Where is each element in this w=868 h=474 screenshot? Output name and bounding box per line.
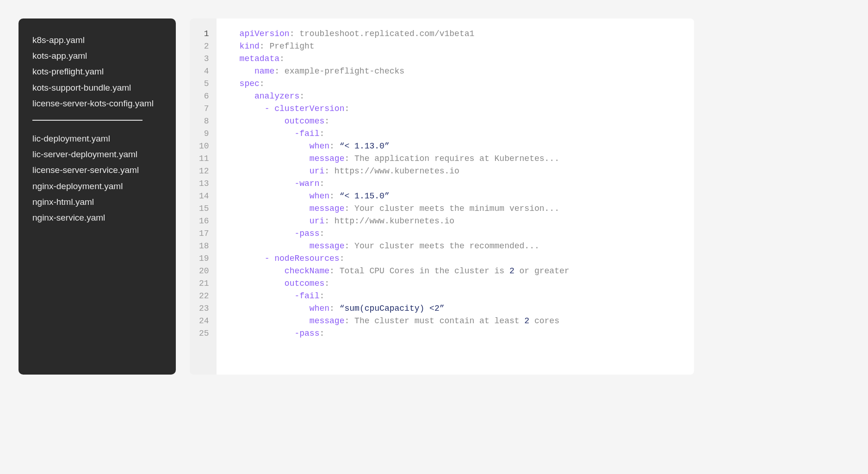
code-line[interactable]: - nodeResources: xyxy=(240,252,685,265)
token-punct: : xyxy=(329,142,340,151)
code-line[interactable]: checkName: Total CPU Cores in the cluste… xyxy=(240,265,685,277)
token-indent xyxy=(240,204,310,213)
token-indent xyxy=(240,129,295,138)
token-key: message xyxy=(310,204,345,213)
token-punct: : xyxy=(344,316,354,326)
code-line[interactable]: when: “sum(cpuCapacity) <2” xyxy=(240,302,685,315)
token-val: troubleshoot.replicated.com/v1beta1 xyxy=(299,29,474,38)
token-punct: : xyxy=(274,67,285,76)
line-number: 25 xyxy=(199,327,209,340)
token-val: The cluster must contain at least xyxy=(354,316,524,326)
line-number: 11 xyxy=(199,153,209,165)
code-line[interactable]: -fail: xyxy=(240,290,685,302)
token-indent xyxy=(240,329,295,338)
file-item[interactable]: kots-support-bundle.yaml xyxy=(32,80,162,96)
code-line[interactable]: outcomes: xyxy=(240,115,685,128)
code-line[interactable]: -warn: xyxy=(240,178,685,190)
token-num: 2 xyxy=(509,266,515,276)
token-punct: : xyxy=(344,104,349,113)
token-punct: : xyxy=(324,166,335,176)
file-item[interactable]: kots-preflight.yaml xyxy=(32,64,162,80)
token-punct: : xyxy=(324,279,329,288)
token-val: example-preflight-checks xyxy=(285,67,404,76)
token-indent xyxy=(240,104,265,113)
token-indent xyxy=(240,291,295,301)
token-punct: : xyxy=(279,54,285,63)
code-line[interactable]: message: The application requires at Kub… xyxy=(240,153,685,165)
code-line[interactable]: message: Your cluster meets the recommen… xyxy=(240,240,685,252)
code-line[interactable]: message: The cluster must contain at lea… xyxy=(240,315,685,327)
token-key: outcomes xyxy=(285,279,324,288)
token-key: metadata xyxy=(240,54,279,63)
line-number: 6 xyxy=(199,90,209,103)
token-indent xyxy=(240,191,310,201)
file-item[interactable]: nginx-deployment.yaml xyxy=(32,179,162,194)
file-item[interactable]: kots-app.yaml xyxy=(32,48,162,64)
line-number-gutter: 1234567891011121314151617181920212223242… xyxy=(190,18,217,375)
line-number: 4 xyxy=(199,65,209,78)
code-line[interactable]: -pass: xyxy=(240,228,685,240)
code-line[interactable]: message: Your cluster meets the minimum … xyxy=(240,203,685,215)
token-punct: : xyxy=(329,266,340,276)
line-number: 13 xyxy=(199,178,209,190)
token-key: -warn xyxy=(294,179,319,188)
code-line[interactable]: - clusterVersion: xyxy=(240,103,685,115)
code-line[interactable]: apiVersion: troubleshoot.replicated.com/… xyxy=(240,28,685,40)
code-line[interactable]: metadata: xyxy=(240,53,685,65)
code-line[interactable]: when: “< 1.13.0” xyxy=(240,140,685,153)
file-item[interactable]: nginx-html.yaml xyxy=(32,194,162,210)
token-indent xyxy=(240,316,310,326)
code-area[interactable]: apiVersion: troubleshoot.replicated.com/… xyxy=(217,18,694,375)
file-item[interactable]: lic-server-deployment.yaml xyxy=(32,147,162,162)
line-number: 22 xyxy=(199,290,209,302)
file-item[interactable]: license-server-service.yaml xyxy=(32,162,162,178)
token-indent xyxy=(240,241,310,251)
token-key: - clusterVersion xyxy=(265,104,345,113)
token-str: “< 1.15.0” xyxy=(340,191,390,201)
token-punct: : xyxy=(344,154,354,163)
file-sidebar: k8s-app.yamlkots-app.yamlkots-preflight.… xyxy=(19,18,176,375)
token-val: The application requires at Kubernetes..… xyxy=(354,154,559,163)
line-number: 24 xyxy=(199,315,209,327)
file-item[interactable]: lic-deployment.yaml xyxy=(32,131,162,147)
token-key: uri xyxy=(310,216,324,226)
code-line[interactable]: analyzers: xyxy=(240,90,685,103)
line-number: 15 xyxy=(199,203,209,215)
code-editor[interactable]: 1234567891011121314151617181920212223242… xyxy=(190,18,694,375)
token-indent xyxy=(240,142,310,151)
token-indent xyxy=(240,179,295,188)
token-val: Total CPU Cores in the cluster is xyxy=(340,266,509,276)
line-number: 23 xyxy=(199,302,209,315)
token-indent xyxy=(240,229,295,238)
code-line[interactable]: -pass: xyxy=(240,327,685,340)
token-str: “< 1.13.0” xyxy=(340,142,390,151)
token-indent xyxy=(240,166,310,176)
token-indent xyxy=(240,254,265,263)
token-indent xyxy=(240,216,310,226)
code-line[interactable]: kind: Preflight xyxy=(240,40,685,53)
line-number: 18 xyxy=(199,240,209,252)
code-line[interactable]: spec: xyxy=(240,78,685,90)
token-indent xyxy=(240,117,285,126)
code-line[interactable]: outcomes: xyxy=(240,277,685,290)
file-group-1: k8s-app.yamlkots-app.yamlkots-preflight.… xyxy=(32,32,162,111)
file-item[interactable]: nginx-service.yaml xyxy=(32,210,162,226)
code-line[interactable]: -fail: xyxy=(240,128,685,140)
file-group-2: lic-deployment.yamllic-server-deployment… xyxy=(32,131,162,226)
token-val: Your cluster meets the recommended... xyxy=(354,241,539,251)
token-punct: : xyxy=(319,229,324,238)
editor-window: k8s-app.yamlkots-app.yamlkots-preflight.… xyxy=(14,14,699,379)
token-punct: : xyxy=(319,179,324,188)
token-punct: : xyxy=(260,42,270,51)
code-line[interactable]: name: example-preflight-checks xyxy=(240,65,685,78)
file-item[interactable]: license-server-kots-config.yaml xyxy=(32,96,162,111)
code-line[interactable]: uri: http://www.kubernetes.io xyxy=(240,215,685,228)
line-number: 16 xyxy=(199,215,209,228)
line-number: 14 xyxy=(199,190,209,203)
code-line[interactable]: when: “< 1.15.0” xyxy=(240,190,685,203)
token-punct: : xyxy=(319,129,324,138)
code-line[interactable]: uri: https://www.kubernetes.io xyxy=(240,165,685,178)
token-key: name xyxy=(254,67,274,76)
file-item[interactable]: k8s-app.yaml xyxy=(32,32,162,48)
token-str: “sum(cpuCapacity) <2” xyxy=(340,304,445,313)
